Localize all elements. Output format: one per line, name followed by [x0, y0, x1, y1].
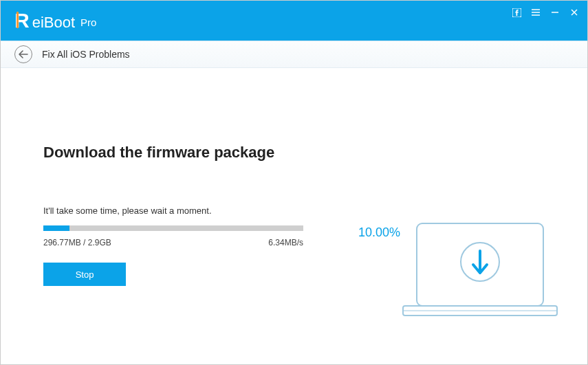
back-button[interactable]	[14, 45, 32, 63]
menu-icon[interactable]	[531, 8, 541, 17]
content-area: Download the firmware package It'll take…	[1, 68, 587, 364]
close-icon[interactable]	[569, 8, 579, 17]
progress-bar	[43, 225, 303, 231]
logo-icon: R	[14, 9, 30, 32]
subheader-title: Fix All iOS Problems	[42, 49, 130, 60]
downloaded-size: 296.77MB / 2.9GB	[43, 238, 111, 247]
wait-message: It'll take some time, please wait a mome…	[43, 206, 346, 216]
brand-name: eiBoot	[32, 14, 75, 32]
progress-meta: 296.77MB / 2.9GB 6.34MB/s	[43, 238, 303, 247]
laptop-download-illustration	[398, 219, 563, 325]
page-title: Download the firmware package	[43, 144, 346, 162]
progress-wrap: 10.00%	[43, 225, 346, 231]
app-window: R eiBoot Pro Fix All iOS Problems D	[0, 0, 588, 365]
brand-suffix: Pro	[80, 16, 96, 28]
download-speed: 6.34MB/s	[268, 238, 303, 247]
download-panel: Download the firmware package It'll take…	[43, 144, 346, 364]
progress-fill	[43, 225, 69, 231]
subheader: Fix All iOS Problems	[1, 41, 587, 68]
facebook-icon[interactable]	[512, 8, 521, 17]
title-bar: R eiBoot Pro	[1, 1, 587, 41]
percent-label: 10.00%	[358, 225, 400, 240]
stop-button[interactable]: Stop	[43, 263, 126, 286]
brand: R eiBoot Pro	[14, 9, 96, 32]
minimize-icon[interactable]	[550, 8, 560, 17]
window-controls	[512, 1, 579, 17]
